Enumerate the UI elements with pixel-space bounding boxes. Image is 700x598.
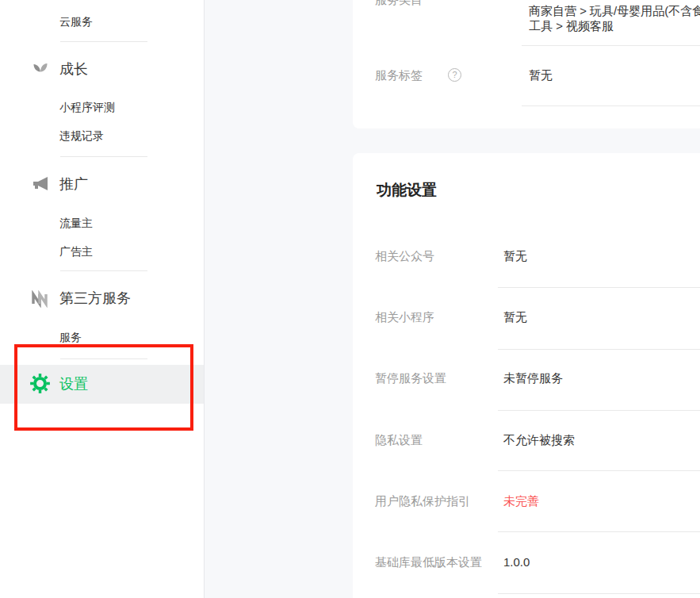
service-category-line-1: 商家自营 > 玩具/母婴用品(不含食品) [529, 3, 700, 18]
gear-icon [29, 373, 51, 394]
pause-service-label: 暂停服务设置 [375, 370, 446, 386]
app-window: 云服务 成长 小程序评测 违规记录 推广 流量主 广告主 [0, 0, 700, 598]
sidebar-divider [60, 358, 147, 359]
service-tag-value: 暂无 [529, 67, 553, 83]
sidebar-item-service[interactable]: 服务 [59, 328, 82, 347]
main-content: 服务类目 商家自营 > 玩具/母婴用品(不含食品) 工具 > 视频客服 服务标签… [205, 0, 700, 598]
question-mark-icon[interactable]: ? [448, 68, 461, 82]
sidebar-item-cloud-service[interactable]: 云服务 [59, 12, 93, 31]
third-party-icon [32, 290, 49, 308]
sidebar-item-miniprogram-evaluation[interactable]: 小程序评测 [59, 98, 115, 117]
sidebar-item-settings[interactable]: 设置 [0, 365, 204, 404]
base-library-version-label: 基础库最低版本设置 [375, 554, 482, 570]
row-divider [498, 287, 700, 288]
related-official-account-label: 相关公众号 [375, 248, 434, 264]
service-tag-label: 服务标签 [375, 67, 423, 83]
row-divider [498, 470, 700, 471]
row-divider [522, 45, 700, 46]
megaphone-icon [32, 175, 49, 193]
user-privacy-guide-label: 用户隐私保护指引 [375, 493, 470, 509]
service-category-label: 服务类目 [375, 0, 423, 8]
user-privacy-guide-value: 未完善 [503, 493, 539, 509]
sidebar-group-third-party-service[interactable]: 第三方服务 [59, 288, 131, 309]
sidebar-item-violation-record[interactable]: 违规记录 [59, 126, 104, 145]
card-title: 功能设置 [377, 180, 437, 201]
row-divider [498, 593, 700, 594]
sprout-icon [32, 61, 49, 79]
base-library-version-value: 1.0.0 [503, 554, 530, 570]
service-category-line-2: 工具 > 视频客服 [529, 18, 700, 33]
sidebar-item-settings-label: 设置 [59, 374, 88, 394]
row-divider [498, 531, 700, 532]
sidebar-item-traffic-owner[interactable]: 流量主 [59, 213, 93, 232]
pause-service-value: 未暂停服务 [503, 370, 563, 386]
sidebar-item-advertiser[interactable]: 广告主 [59, 242, 93, 261]
sidebar: 云服务 成长 小程序评测 违规记录 推广 流量主 广告主 [0, 0, 205, 598]
privacy-setting-label: 隐私设置 [375, 432, 423, 448]
service-info-card: 服务类目 商家自营 > 玩具/母婴用品(不含食品) 工具 > 视频客服 服务标签… [353, 0, 700, 128]
related-miniprogram-value: 暂无 [503, 309, 527, 325]
sidebar-divider [60, 41, 147, 42]
sidebar-group-promotion[interactable]: 推广 [59, 174, 88, 194]
related-official-account-value: 暂无 [503, 248, 527, 264]
sidebar-divider [60, 156, 147, 157]
row-divider [498, 349, 700, 350]
row-divider [522, 105, 700, 106]
privacy-setting-value: 不允许被搜索 [503, 432, 575, 448]
sidebar-divider [60, 270, 147, 271]
row-divider [498, 410, 700, 411]
related-miniprogram-label: 相关小程序 [375, 309, 434, 325]
service-category-value: 商家自营 > 玩具/母婴用品(不含食品) 工具 > 视频客服 [529, 3, 700, 33]
function-settings-card: 功能设置 相关公众号 暂无 相关小程序 暂无 暂停服务设置 未暂停服务 隐私设置… [353, 153, 700, 598]
sidebar-group-growth[interactable]: 成长 [59, 59, 88, 79]
